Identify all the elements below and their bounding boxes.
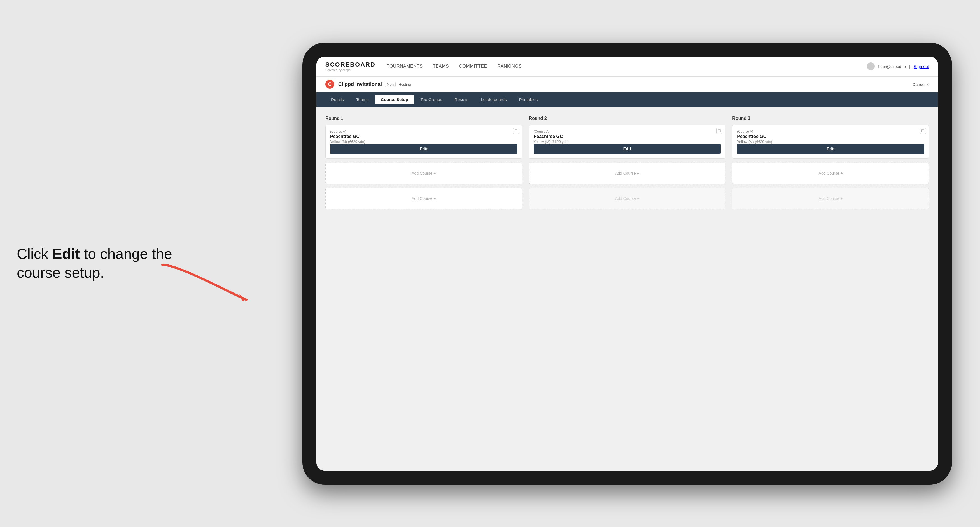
round-1-column: Round 1 ☐ (Course A) Peachtree GC Yellow… xyxy=(325,116,522,213)
tabs-bar: Details Teams Course Setup Tee Groups Re… xyxy=(317,92,938,107)
main-nav: TOURNAMENTS TEAMS COMMITTEE RANKINGS xyxy=(387,64,867,69)
round-3-add-course-2: Add Course+ xyxy=(732,188,929,209)
round-1-course-card: ☐ (Course A) Peachtree GC Yellow (M) (66… xyxy=(325,125,522,159)
sign-out-link[interactable]: Sign out xyxy=(914,64,929,69)
nav-teams[interactable]: TEAMS xyxy=(433,64,449,69)
annotation-bold: Edit xyxy=(52,246,80,262)
brand-name: SCOREBOARD xyxy=(325,61,375,68)
nav-committee[interactable]: COMMITTEE xyxy=(459,64,487,69)
round-2-course-details: Yellow (M) (6629 yds) xyxy=(534,140,721,144)
tournament-name: Clippd Invitational xyxy=(338,81,382,87)
round-1-delete-icon[interactable]: ☐ xyxy=(513,128,519,134)
user-email: blair@clippd.io xyxy=(878,64,906,69)
tab-details[interactable]: Details xyxy=(325,95,350,104)
round-3-edit-button[interactable]: Edit xyxy=(737,144,924,154)
round-2-course-name: Peachtree GC xyxy=(534,134,721,139)
tablet-frame: SCOREBOARD Powered by clippd TOURNAMENTS… xyxy=(302,43,952,485)
round-3-column: Round 3 ☐ (Course A) Peachtree GC Yellow… xyxy=(732,116,929,213)
round-3-add-course-2-text: Add Course+ xyxy=(819,196,843,201)
tab-printables[interactable]: Printables xyxy=(514,95,544,104)
round-2-add-course-1-text: Add Course+ xyxy=(615,171,639,176)
round-3-add-course-1-text: Add Course+ xyxy=(819,171,843,176)
round-1-course-label: (Course A) xyxy=(330,130,517,133)
nav-tournaments[interactable]: TOURNAMENTS xyxy=(387,64,423,69)
round-3-delete-icon[interactable]: ☐ xyxy=(920,128,926,134)
round-1-course-name: Peachtree GC xyxy=(330,134,517,139)
tab-tee-groups[interactable]: Tee Groups xyxy=(415,95,448,104)
round-2-add-course-2: Add Course+ xyxy=(529,188,726,209)
round-2-add-course-1[interactable]: Add Course+ xyxy=(529,163,726,184)
round-2-course-label: (Course A) xyxy=(534,130,721,133)
annotation-prefix: Click xyxy=(17,246,52,262)
main-content: Round 1 ☐ (Course A) Peachtree GC Yellow… xyxy=(317,107,938,471)
round-2-add-course-2-text: Add Course+ xyxy=(615,196,639,201)
nav-rankings[interactable]: RANKINGS xyxy=(497,64,522,69)
subheader: C Clippd Invitational Men Hosting Cancel… xyxy=(317,77,938,92)
navbar-right: blair@clippd.io | Sign out xyxy=(867,62,929,70)
hosting-badge: Hosting xyxy=(398,82,411,86)
cancel-area[interactable]: Cancel × xyxy=(912,82,929,87)
arrow-graphic xyxy=(157,259,252,304)
rounds-grid: Round 1 ☐ (Course A) Peachtree GC Yellow… xyxy=(325,116,929,213)
tab-course-setup[interactable]: Course Setup xyxy=(375,95,414,104)
round-2-course-card: ☐ (Course A) Peachtree GC Yellow (M) (66… xyxy=(529,125,726,159)
brand: SCOREBOARD Powered by clippd xyxy=(325,61,375,71)
round-2-edit-button[interactable]: Edit xyxy=(534,144,721,154)
round-1-add-course-2-text: Add Course+ xyxy=(412,196,436,201)
nav-separator: | xyxy=(909,64,910,69)
gender-badge: Men xyxy=(385,82,396,87)
brand-tagline: Powered by clippd xyxy=(325,68,375,71)
round-2-title: Round 2 xyxy=(529,116,726,121)
round-2-delete-icon[interactable]: ☐ xyxy=(716,128,722,134)
round-3-course-details: Yellow (M) (6629 yds) xyxy=(737,140,924,144)
round-1-title: Round 1 xyxy=(325,116,522,121)
navbar: SCOREBOARD Powered by clippd TOURNAMENTS… xyxy=(317,57,938,77)
round-1-course-details: Yellow (M) (6629 yds) xyxy=(330,140,517,144)
tablet-screen: SCOREBOARD Powered by clippd TOURNAMENTS… xyxy=(317,57,938,471)
round-3-title: Round 3 xyxy=(732,116,929,121)
round-3-course-name: Peachtree GC xyxy=(737,134,924,139)
round-1-add-course-1-text: Add Course+ xyxy=(412,171,436,176)
tab-results[interactable]: Results xyxy=(449,95,474,104)
round-1-add-course-2[interactable]: Add Course+ xyxy=(325,188,522,209)
tournament-logo: C xyxy=(325,80,334,89)
round-1-edit-button[interactable]: Edit xyxy=(330,144,517,154)
round-2-column: Round 2 ☐ (Course A) Peachtree GC Yellow… xyxy=(529,116,726,213)
tab-leaderboards[interactable]: Leaderboards xyxy=(475,95,512,104)
tab-teams[interactable]: Teams xyxy=(350,95,374,104)
cancel-label[interactable]: Cancel xyxy=(912,82,925,87)
round-3-add-course-1[interactable]: Add Course+ xyxy=(732,163,929,184)
user-avatar xyxy=(867,62,875,70)
round-1-add-course-1[interactable]: Add Course+ xyxy=(325,163,522,184)
round-3-course-label: (Course A) xyxy=(737,130,924,133)
round-3-course-card: ☐ (Course A) Peachtree GC Yellow (M) (66… xyxy=(732,125,929,159)
annotation-text: Click Edit to change the course setup. xyxy=(17,244,173,283)
close-icon[interactable]: × xyxy=(926,82,929,87)
